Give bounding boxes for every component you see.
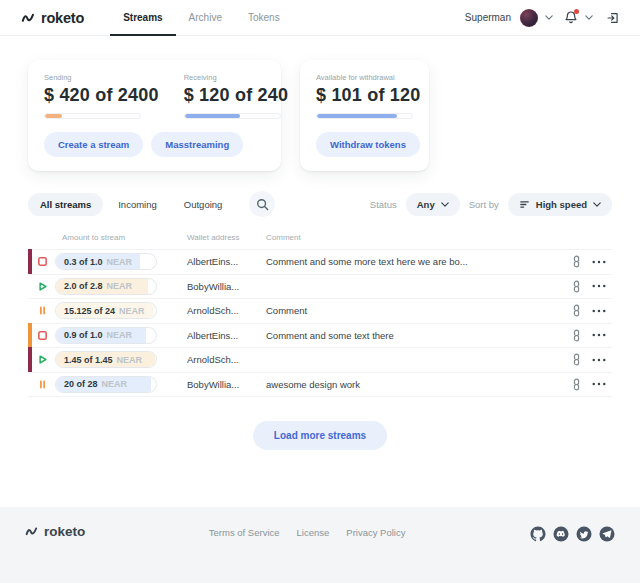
search-button[interactable] bbox=[249, 191, 275, 217]
logout-icon bbox=[606, 11, 620, 25]
terms-of-service-link[interactable]: Terms of Service bbox=[209, 527, 280, 538]
streams-table-body: 0.3 of 1.0 NEAR AlbertEins... Comment an… bbox=[28, 249, 612, 397]
receiving-metric: Receiving $ 120 of 240 bbox=[184, 73, 288, 119]
telegram-link[interactable] bbox=[598, 525, 616, 543]
user-menu-chevron[interactable] bbox=[545, 15, 553, 20]
withdrawal-label: Available for withdrawal bbox=[316, 73, 413, 82]
stream-status-indicator-bar bbox=[28, 249, 32, 274]
status-filter-dropdown[interactable]: Any bbox=[406, 193, 460, 216]
notifications-button[interactable] bbox=[564, 10, 578, 25]
search-icon bbox=[256, 198, 269, 211]
roketo-app: roketo Streams Archive Tokens Superman bbox=[0, 0, 640, 583]
stop-icon bbox=[37, 256, 48, 267]
stream-menu-button[interactable] bbox=[586, 309, 612, 313]
withdrawal-progress-track bbox=[316, 113, 413, 119]
brand-logo[interactable]: roketo bbox=[20, 10, 84, 26]
create-stream-button[interactable]: Create a stream bbox=[44, 132, 143, 157]
stream-row[interactable]: 15.125 of 24 NEAR ArnoldSch... Comment bbox=[28, 298, 612, 323]
ellipsis-icon bbox=[592, 309, 606, 313]
pause-icon bbox=[37, 379, 48, 390]
stream-menu-button[interactable] bbox=[586, 382, 612, 386]
withdrawal-summary-card: Available for withdrawal $ 101 of 120 Wi… bbox=[300, 60, 429, 171]
stream-link-button[interactable] bbox=[566, 255, 586, 268]
filter-tab-outgoing[interactable]: Outgoing bbox=[172, 193, 235, 216]
token-label: NEAR bbox=[107, 330, 133, 340]
sending-progress-fill bbox=[45, 114, 62, 118]
nav-tab-archive[interactable]: Archive bbox=[176, 0, 235, 36]
streams-summary-card: Sending $ 420 of 2400 Receiving $ 120 of… bbox=[28, 60, 281, 171]
amount-cell: 1.45 of 1.45 NEAR bbox=[55, 351, 187, 368]
stream-row[interactable]: 1.45 of 1.45 NEAR ArnoldSch... bbox=[28, 347, 612, 372]
username-label: Superman bbox=[465, 12, 511, 23]
twitter-icon bbox=[575, 525, 593, 543]
stream-status-indicator-bar bbox=[28, 323, 32, 348]
stream-link-button[interactable] bbox=[566, 304, 586, 317]
ellipsis-icon bbox=[592, 358, 606, 362]
stream-row[interactable]: 2.0 of 2.8 NEAR BobyWillia... bbox=[28, 274, 612, 299]
wallet-address: AlbertEins... bbox=[187, 330, 266, 341]
main-nav: Streams Archive Tokens bbox=[110, 0, 293, 36]
token-label: NEAR bbox=[107, 281, 133, 291]
amount-cell: 2.0 of 2.8 NEAR bbox=[55, 278, 187, 295]
github-link[interactable] bbox=[529, 525, 547, 543]
footer-links: Terms of Service License Privacy Policy bbox=[85, 527, 529, 538]
filter-tab-all-streams[interactable]: All streams bbox=[28, 193, 103, 216]
stream-menu-button[interactable] bbox=[586, 284, 612, 288]
nav-tab-tokens[interactable]: Tokens bbox=[235, 0, 293, 36]
license-link[interactable]: License bbox=[297, 527, 330, 538]
table-header-row: Amount to stream Wallet address Comment bbox=[28, 233, 612, 249]
stream-menu-button[interactable] bbox=[586, 333, 612, 337]
header-right: Superman bbox=[465, 9, 620, 27]
link-icon bbox=[571, 304, 582, 317]
user-avatar[interactable] bbox=[520, 9, 538, 27]
withdrawal-progress-fill bbox=[317, 114, 397, 118]
ellipsis-icon bbox=[592, 333, 606, 337]
filter-tab-incoming[interactable]: Incoming bbox=[106, 193, 169, 216]
discord-link[interactable] bbox=[552, 525, 570, 543]
logout-button[interactable] bbox=[606, 11, 620, 25]
link-icon bbox=[571, 255, 582, 268]
header: roketo Streams Archive Tokens Superman bbox=[0, 0, 640, 36]
notifications-chevron[interactable] bbox=[585, 15, 593, 20]
stream-row[interactable]: 0.3 of 1.0 NEAR AlbertEins... Comment an… bbox=[28, 249, 612, 274]
nav-tab-streams[interactable]: Streams bbox=[110, 0, 175, 36]
load-more-streams-button[interactable]: Load more streams bbox=[253, 421, 387, 450]
receiving-progress-fill bbox=[185, 114, 240, 118]
twitter-link[interactable] bbox=[575, 525, 593, 543]
chevron-down-icon bbox=[545, 15, 553, 20]
sending-value: $ 420 of 2400 bbox=[44, 85, 159, 106]
summary-cards: Sending $ 420 of 2400 Receiving $ 120 of… bbox=[0, 36, 640, 171]
stream-menu-button[interactable] bbox=[586, 358, 612, 362]
footer-brand-logo[interactable]: roketo bbox=[24, 524, 85, 539]
withdraw-tokens-button[interactable]: Withdraw tokens bbox=[316, 132, 420, 157]
stream-comment: Comment and some text there bbox=[266, 330, 566, 341]
sending-label: Sending bbox=[44, 73, 159, 82]
brand-name: roketo bbox=[41, 10, 84, 26]
stream-row[interactable]: 0.9 of 1.0 NEAR AlbertEins... Comment an… bbox=[28, 323, 612, 348]
stream-row[interactable]: 20 of 28 NEAR BobyWillia... awesome desi… bbox=[28, 372, 612, 397]
masstreaming-button[interactable]: Masstreaming bbox=[151, 132, 243, 157]
stream-menu-button[interactable] bbox=[586, 260, 612, 264]
amount-value: 2.0 of 2.8 bbox=[64, 281, 103, 291]
sort-value: High speed bbox=[536, 199, 587, 210]
stream-status-cell bbox=[28, 330, 55, 341]
amount-progress-pill: 0.3 of 1.0 NEAR bbox=[55, 253, 157, 270]
stream-comment: awesome design work bbox=[266, 379, 566, 390]
receiving-label: Receiving bbox=[184, 73, 288, 82]
stream-link-button[interactable] bbox=[566, 280, 586, 293]
receiving-value: $ 120 of 240 bbox=[184, 85, 288, 106]
sort-dropdown[interactable]: High speed bbox=[508, 193, 612, 216]
link-icon bbox=[571, 329, 582, 342]
stream-link-button[interactable] bbox=[566, 353, 586, 366]
sending-metric: Sending $ 420 of 2400 bbox=[44, 73, 159, 119]
token-label: NEAR bbox=[117, 355, 143, 365]
stream-link-button[interactable] bbox=[566, 329, 586, 342]
link-icon bbox=[571, 378, 582, 391]
stream-link-button[interactable] bbox=[566, 378, 586, 391]
amount-value: 15.125 of 24 bbox=[64, 306, 115, 316]
ellipsis-icon bbox=[592, 382, 606, 386]
sort-icon bbox=[519, 199, 530, 210]
stream-status-cell bbox=[28, 281, 55, 292]
privacy-policy-link[interactable]: Privacy Policy bbox=[346, 527, 405, 538]
play-icon bbox=[37, 354, 48, 365]
